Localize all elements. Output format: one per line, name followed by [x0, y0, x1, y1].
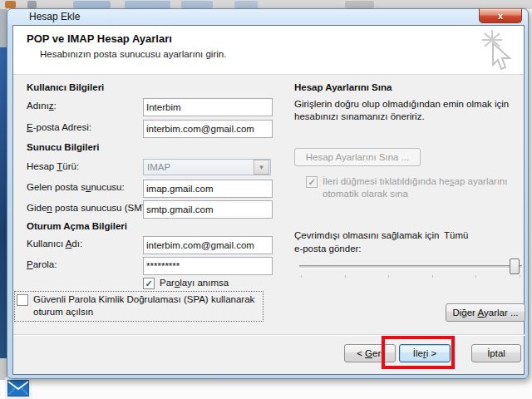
- auto-test-label: İleri düğmesi tıklatıldığında hesap ayar…: [323, 175, 520, 200]
- auto-test-checkbox: ✓ İleri düğmesi tıklatıldığında hesap ay…: [306, 175, 522, 200]
- chevron-down-icon: ▼: [254, 160, 269, 175]
- name-input[interactable]: [143, 98, 273, 116]
- background-icon-blur: [5, 1, 16, 8]
- checkbox-checked-icon: ✓: [143, 278, 155, 289]
- close-button[interactable]: x: [479, 8, 522, 23]
- send-mail-slider[interactable]: [299, 259, 522, 278]
- next-button[interactable]: İleri >: [399, 344, 451, 362]
- screen: Hesap Ekle x POP ve IMAP Hesap Ayarları …: [0, 0, 532, 399]
- background-window-blur: [73, 1, 111, 8]
- incoming-server-input[interactable]: [143, 180, 273, 198]
- test-account-settings-button: Hesap Ayarlarını Sına ...: [294, 148, 421, 166]
- account-type-select: IMAP ▼: [143, 159, 271, 175]
- offline-mail-label-line1: Çevrimdışı olmasını sağlamak için: [294, 230, 439, 240]
- username-input[interactable]: [143, 236, 273, 254]
- email-input[interactable]: [143, 120, 273, 138]
- slider-ticks: [301, 275, 520, 278]
- account-type-value: IMAP: [144, 162, 254, 172]
- slider-track[interactable]: [299, 265, 522, 268]
- page-subtitle: Hesabınızın posta sunucusu ayarlarını gi…: [40, 49, 226, 59]
- section-user-info: Kullanıcı Bilgileri: [27, 82, 104, 92]
- footer-divider: [13, 334, 525, 336]
- dialog-header: POP ve IMAP Hesap Ayarları Hesabınızın p…: [13, 26, 524, 75]
- close-icon: x: [498, 11, 503, 21]
- titlebar[interactable]: Hesap Ekle x: [7, 9, 528, 25]
- remember-password-checkbox[interactable]: ✓ Parolayı anımsa: [143, 277, 229, 289]
- checkbox-unchecked-icon: [17, 294, 28, 306]
- test-description: Girişlerin doğru olup olmadığından emin …: [294, 98, 525, 123]
- cancel-button[interactable]: İptal: [471, 344, 521, 362]
- dialog-body: POP ve IMAP Hesap Ayarları Hesabınızın p…: [12, 25, 525, 375]
- outgoing-server-input[interactable]: [143, 200, 273, 219]
- offline-mail-value: Tümü: [444, 230, 468, 240]
- spa-label: Güvenli Parola Kimlik Doğrulaması (SPA) …: [33, 293, 259, 318]
- background-window-blur: [125, 1, 170, 8]
- password-label: Parola:: [27, 259, 57, 269]
- background-window-blur: [345, 1, 374, 8]
- add-account-dialog: Hesap Ekle x POP ve IMAP Hesap Ayarları …: [7, 8, 529, 379]
- spa-checkbox[interactable]: Güvenli Parola Kimlik Doğrulaması (SPA) …: [15, 292, 263, 321]
- cursor-sparkle-icon: [475, 28, 515, 71]
- slider-thumb[interactable]: [510, 259, 520, 274]
- email-label: E-posta Adresi:: [27, 122, 91, 132]
- account-type-label: Hesap Türü:: [27, 161, 79, 171]
- section-server-info: Sunucu Bilgileri: [27, 142, 100, 152]
- more-settings-button[interactable]: Diğer Ayarlar ...: [446, 303, 525, 322]
- remember-password-label: Parolayı anımsa: [160, 277, 229, 289]
- password-input[interactable]: [143, 257, 273, 275]
- page-title: POP ve IMAP Hesap Ayarları: [27, 32, 172, 45]
- offline-mail-label-line2: e-posta gönder:: [294, 244, 362, 254]
- background-window-blur: [234, 1, 258, 8]
- mail-envelope-icon: [7, 380, 29, 397]
- section-logon-info: Oturum Açma Bilgileri: [27, 221, 127, 231]
- taskbar-outlook-button[interactable]: [5, 377, 32, 399]
- incoming-server-label: Gelen posta sunucusu:: [27, 182, 125, 192]
- checkbox-checked-disabled-icon: ✓: [306, 176, 318, 188]
- background-icon-blur: [27, 1, 37, 8]
- background-window-blur: [181, 1, 213, 8]
- username-label: Kullanıcı Adı:: [27, 239, 82, 249]
- window-title: Hesap Ekle: [29, 11, 80, 22]
- name-label: Adınız:: [27, 101, 57, 111]
- outgoing-server-label: Giden posta sunucusu (SMTP):: [27, 203, 160, 213]
- section-test-settings: Hesap Ayarlarını Sına: [294, 82, 392, 92]
- back-button[interactable]: < Geri: [344, 344, 396, 362]
